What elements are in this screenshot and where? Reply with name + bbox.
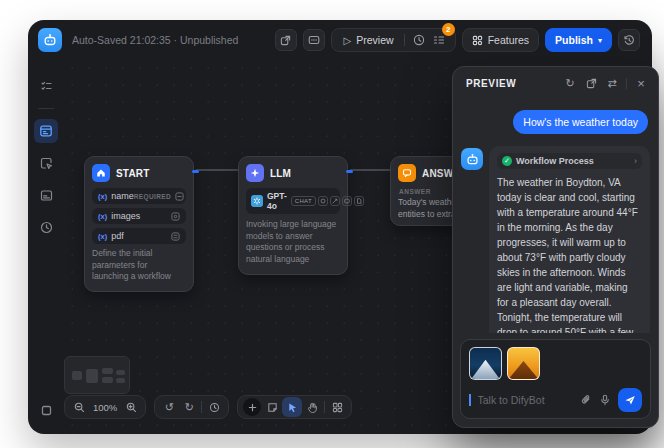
zoom-out-button[interactable] xyxy=(69,397,89,417)
pointer-mode-button[interactable] xyxy=(282,397,302,417)
zoom-controls: 100% xyxy=(64,395,146,419)
required-tag: REQUIRED xyxy=(134,193,172,200)
microphone-icon xyxy=(599,394,611,406)
capability-icon-function xyxy=(318,196,328,206)
node-start[interactable]: START (x) name REQUIRED (x) images (x) p… xyxy=(84,156,194,292)
mode-controls xyxy=(237,395,352,419)
clock-icon xyxy=(40,221,53,234)
zoom-in-button[interactable] xyxy=(121,397,141,417)
add-node-knob xyxy=(243,398,261,416)
voice-input-button[interactable] xyxy=(599,394,611,406)
workflow-process-label: Workflow Process xyxy=(516,156,594,166)
task-list-icon xyxy=(40,80,53,93)
success-check-icon: ✓ xyxy=(502,156,512,166)
capability-icon-document xyxy=(354,196,364,206)
chat-messages: How's the weather today ✓ Workflow Proce… xyxy=(453,96,658,333)
autosave-status: Auto-Saved 21:02:35 · Unpublished xyxy=(72,34,238,46)
open-in-explore-button[interactable] xyxy=(584,76,598,90)
checklist-button[interactable]: 2 xyxy=(429,30,449,50)
connector-handle[interactable] xyxy=(346,170,353,173)
swap-panel-button[interactable]: ⇄ xyxy=(605,76,619,90)
field-type-icon xyxy=(171,212,180,221)
llm-node-icon xyxy=(246,164,264,182)
history-icon xyxy=(623,34,635,46)
field-name: name xyxy=(111,191,134,201)
run-history-button[interactable] xyxy=(409,30,429,50)
capability-icon-tools xyxy=(330,196,340,206)
sidebar-item-preview[interactable] xyxy=(34,151,58,175)
field-name: images xyxy=(111,211,140,221)
add-node-button[interactable] xyxy=(242,397,262,417)
attachment-thumbnail-sunset-mountain[interactable] xyxy=(507,347,540,380)
text-caret xyxy=(469,394,471,406)
variable-icon: (x) xyxy=(98,192,107,201)
workflow-icon xyxy=(39,124,53,138)
bot-message-bubble: ✓ Workflow Process › The weather in Boyd… xyxy=(489,146,650,333)
left-sidebar xyxy=(28,60,64,434)
preview-button[interactable]: ▷ Preview xyxy=(338,34,400,46)
attachment-thumbnail-night-mountain[interactable] xyxy=(469,347,502,380)
app-logo[interactable] xyxy=(38,28,62,52)
api-icon xyxy=(308,34,320,46)
bot-avatar xyxy=(461,148,483,170)
connector-handle[interactable] xyxy=(192,170,199,173)
start-field-images[interactable]: (x) images xyxy=(92,208,186,224)
redo-button[interactable]: ↻ xyxy=(179,397,199,417)
workflow-process-toggle[interactable]: ✓ Workflow Process › xyxy=(497,153,642,169)
zoom-level[interactable]: 100% xyxy=(89,402,121,413)
publish-button[interactable]: Publish ▾ xyxy=(545,28,612,52)
answer-bubble-icon xyxy=(402,168,412,178)
chat-mode-badge: CHAT xyxy=(291,196,316,206)
node-llm[interactable]: LLM GPT-4o CHAT Invoking large language … xyxy=(238,156,348,275)
change-history-button[interactable] xyxy=(204,397,224,417)
robot-icon xyxy=(43,33,57,47)
preview-header: PREVIEW ↻ ⇄ × xyxy=(453,67,658,96)
chat-input[interactable] xyxy=(478,394,574,406)
topbar-actions: ▷ Preview 2 Features xyxy=(275,28,640,52)
hand-icon xyxy=(307,402,318,413)
close-preview-button[interactable]: × xyxy=(634,76,648,90)
restart-conversation-button[interactable]: ↻ xyxy=(563,76,577,90)
node-title: LLM xyxy=(270,168,291,179)
variable-icon: (x) xyxy=(98,212,107,221)
gpt4o-model-icon xyxy=(251,195,263,207)
sidebar-item-orchestrate[interactable] xyxy=(34,119,58,143)
screen: Auto-Saved 21:02:35 · Unpublished ▷ Prev… xyxy=(0,0,664,448)
user-message-bubble: How's the weather today xyxy=(513,110,648,134)
hand-mode-button[interactable] xyxy=(302,397,322,417)
start-field-name[interactable]: (x) name REQUIRED xyxy=(92,188,186,204)
undo-button[interactable]: ↺ xyxy=(159,397,179,417)
attach-file-button[interactable] xyxy=(580,394,592,406)
cursor-icon xyxy=(287,402,298,413)
start-field-pdf[interactable]: (x) pdf xyxy=(92,228,186,244)
model-capabilities: CHAT xyxy=(291,196,364,206)
variable-icon: (x) xyxy=(98,232,107,241)
version-history-button[interactable] xyxy=(618,29,640,51)
organize-blocks-button[interactable] xyxy=(327,397,347,417)
edge-llm-answer xyxy=(350,169,390,171)
sidebar-item-logs[interactable] xyxy=(34,215,58,239)
sidebar-divider xyxy=(38,108,54,109)
sidebar-collapse-button[interactable] xyxy=(34,398,58,422)
send-button[interactable] xyxy=(618,388,642,412)
api-access-button[interactable] xyxy=(303,29,325,51)
preview-title: PREVIEW xyxy=(466,78,516,89)
preview-button-label: Preview xyxy=(356,34,393,46)
field-name: pdf xyxy=(111,231,124,241)
features-button[interactable]: Features xyxy=(462,28,539,52)
model-selector[interactable]: GPT-4o CHAT xyxy=(246,188,340,214)
add-note-button[interactable] xyxy=(262,397,282,417)
chevron-down-icon: ▾ xyxy=(598,36,602,45)
open-app-button[interactable] xyxy=(275,29,297,51)
model-name: GPT-4o xyxy=(267,191,287,211)
bot-answer-text: The weather in Boydton, VA today is clea… xyxy=(497,175,642,333)
divider xyxy=(404,34,405,46)
canvas-minimap[interactable] xyxy=(64,356,130,394)
start-node-icon xyxy=(92,164,110,182)
sidebar-item-api[interactable] xyxy=(34,183,58,207)
external-link-icon xyxy=(280,35,291,46)
paperclip-icon xyxy=(580,394,592,406)
sidebar-item-checklist[interactable] xyxy=(34,74,58,98)
bot-message-row: ✓ Workflow Process › The weather in Boyd… xyxy=(461,146,650,333)
field-type-icon xyxy=(175,192,184,201)
